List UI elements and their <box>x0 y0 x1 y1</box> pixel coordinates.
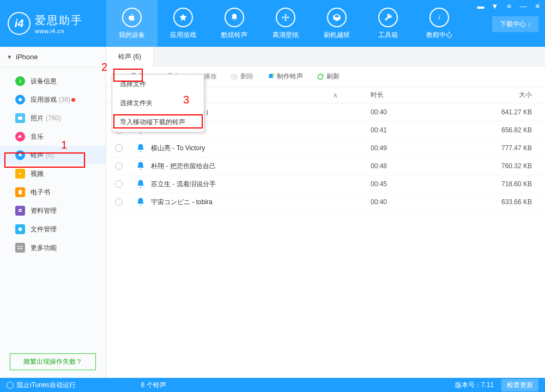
row-name: 宇宙コンビニ - tobira <box>151 198 213 207</box>
skin-icon[interactable]: ▼ <box>491 2 499 10</box>
table-row[interactable]: 宇宙コンビニ - tobira 00:40 633.66 KB <box>106 193 545 211</box>
import-dropdown: 选择文件 选择文件夹 导入移动端下载的铃声 <box>112 74 204 132</box>
svg-point-2 <box>284 19 286 21</box>
col-size[interactable]: 大小 <box>485 90 545 100</box>
feedback-icon[interactable]: ▬ <box>476 2 485 10</box>
row-size: 656.82 KB <box>485 126 545 134</box>
table-row[interactable]: 横山亮 - To Victory 00:49 777.47 KB <box>106 139 545 157</box>
svg-rect-9 <box>19 190 22 194</box>
app-url: www.i4.cn <box>35 28 83 34</box>
row-radio[interactable] <box>115 180 123 188</box>
minimize-icon[interactable]: — <box>519 2 528 10</box>
row-duration: 00:48 <box>371 162 485 170</box>
row-radio[interactable] <box>115 144 123 152</box>
more-icon <box>15 243 25 253</box>
row-radio[interactable] <box>115 198 123 206</box>
version-label: 版本号：7.11 <box>455 381 494 390</box>
row-duration: 00:49 <box>371 144 485 152</box>
sidebar-item-apps[interactable]: 应用游戏 (38) <box>0 90 106 109</box>
svg-rect-11 <box>19 211 22 212</box>
chevron-down-icon: ▾ <box>8 53 11 61</box>
apps-icon <box>15 95 25 105</box>
row-size: 777.47 KB <box>485 144 545 152</box>
appstore-icon <box>173 8 193 27</box>
app-name: 爱思助手 <box>35 13 83 28</box>
bell-icon <box>136 197 146 207</box>
close-icon[interactable]: ✕ <box>533 2 542 10</box>
nav-tutorials[interactable]: i 教程中心 <box>414 0 465 47</box>
svg-point-7 <box>19 98 22 101</box>
info-icon: i <box>15 76 25 86</box>
table-row[interactable]: 朴翔 - 把悲伤留给自己 00:48 760.32 KB <box>106 157 545 175</box>
bell-plus-icon <box>267 72 275 81</box>
nav-my-device[interactable]: 我的设备 <box>106 0 158 47</box>
sidebar-item-ringtones[interactable]: 铃声 (6) <box>0 146 106 164</box>
sidebar-item-ebooks[interactable]: 电子书 <box>0 183 106 201</box>
dropdown-select-folder[interactable]: 选择文件夹 <box>112 94 204 113</box>
menu-icon[interactable]: ≡ <box>505 2 513 10</box>
book-icon <box>15 187 25 197</box>
row-size: 760.32 KB <box>485 162 545 170</box>
row-size: 633.66 KB <box>485 198 545 206</box>
window-controls: ▬ ▼ ≡ — ✕ <box>476 2 542 10</box>
check-update-button[interactable]: 检查更新 <box>501 379 538 391</box>
sidebar-item-files[interactable]: 文件管理 <box>0 220 106 238</box>
table-body: Me to Sleep（前奏） 00:40 641.27 KB 00:41 65… <box>106 103 545 378</box>
sidebar-item-data[interactable]: 资料管理 <box>0 201 106 220</box>
sort-asc-icon: ∧ <box>333 91 338 99</box>
status-bar: 阻止iTunes自动运行 6 个铃声 版本号：7.11 检查更新 <box>0 378 545 392</box>
photo-icon <box>15 113 25 123</box>
svg-point-0 <box>284 16 287 19</box>
col-duration[interactable]: 时长 <box>371 90 485 100</box>
delete-icon <box>230 72 238 81</box>
sidebar-item-videos[interactable]: 视频 <box>0 164 106 183</box>
row-duration: 00:41 <box>371 126 485 134</box>
toggle-icon <box>7 382 14 389</box>
nav-apps[interactable]: 应用游戏 <box>158 0 209 47</box>
row-radio[interactable] <box>115 162 123 170</box>
tab-ringtones[interactable]: 铃声 (6) <box>106 47 154 66</box>
faq-button[interactable]: 频繁出现操作失败？ <box>10 353 96 370</box>
row-size: 641.27 KB <box>485 108 545 116</box>
nav-tools[interactable]: 工具箱 <box>362 0 414 47</box>
nav-wallpapers[interactable]: 高清壁纸 <box>260 0 311 47</box>
nav-ringtones[interactable]: 酷炫铃声 <box>209 0 260 47</box>
dropdown-import-mobile[interactable]: 导入移动端下载的铃声 <box>112 113 204 132</box>
sidebar-item-device-info[interactable]: i 设备信息 <box>0 72 106 90</box>
row-name: 横山亮 - To Victory <box>151 144 205 153</box>
bell-icon <box>15 150 25 160</box>
nav-jailbreak[interactable]: 刷机越狱 <box>311 0 362 47</box>
sidebar: ▾ iPhone i 设备信息 应用游戏 (38) 照片 (760) 音乐 <box>0 47 106 378</box>
bell-icon <box>225 8 244 27</box>
svg-point-3 <box>282 16 284 18</box>
app-header: i4 爱思助手 www.i4.cn 我的设备 应用游戏 酷炫铃声 高清壁纸 刷机… <box>0 0 545 47</box>
itunes-toggle[interactable]: 阻止iTunes自动运行 <box>7 381 76 390</box>
download-center-button[interactable]: 下载中心 ↓ <box>492 16 538 32</box>
refresh-button[interactable]: 刷新 <box>311 70 345 83</box>
svg-rect-8 <box>18 117 22 120</box>
logo-icon: i4 <box>8 12 31 35</box>
bell-icon <box>136 161 146 171</box>
make-ringtone-button[interactable]: 制作铃声 <box>261 70 308 83</box>
video-icon <box>15 169 25 179</box>
dropdown-select-file[interactable]: 选择文件 <box>112 75 204 94</box>
row-duration: 00:40 <box>371 108 485 116</box>
sidebar-item-more[interactable]: 更多功能 <box>0 238 106 257</box>
svg-rect-14 <box>21 246 22 247</box>
svg-rect-15 <box>18 248 20 249</box>
device-selector[interactable]: ▾ iPhone <box>0 47 106 68</box>
delete-button[interactable]: 删除 <box>225 70 259 83</box>
svg-point-1 <box>284 14 286 15</box>
table-row[interactable]: 苏立生 - 流着泪说分手 00:45 718.60 KB <box>106 175 545 193</box>
box-icon <box>327 8 347 27</box>
status-count: 6 个铃声 <box>141 381 166 390</box>
sidebar-item-photos[interactable]: 照片 (760) <box>0 109 106 127</box>
logo: i4 爱思助手 www.i4.cn <box>0 0 106 47</box>
device-name: iPhone <box>16 53 38 61</box>
flower-icon <box>276 8 295 27</box>
sidebar-item-music[interactable]: 音乐 <box>0 127 106 146</box>
tab-bar: 铃声 (6) <box>106 47 545 66</box>
svg-text:i: i <box>20 78 21 84</box>
refresh-icon <box>316 72 324 81</box>
row-duration: 00:45 <box>371 180 485 188</box>
